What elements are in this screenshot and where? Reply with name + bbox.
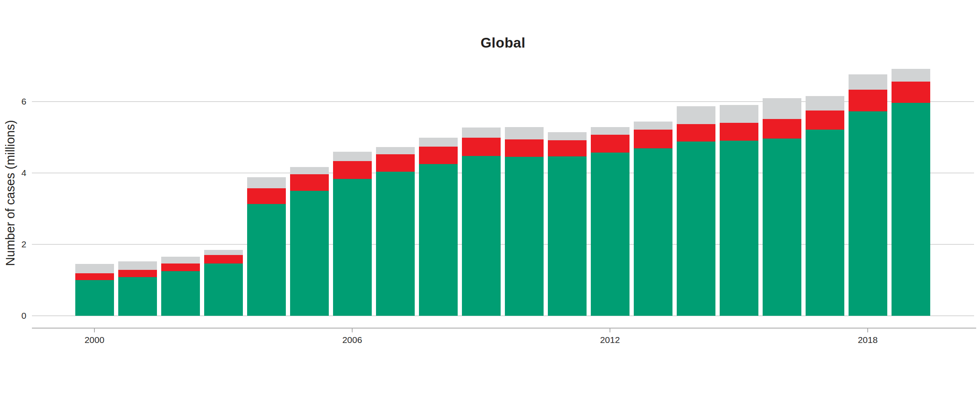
y-tick-label-2: 2 (4, 239, 26, 250)
chart-title: Global (32, 35, 974, 51)
bar-2010-gray-top-segment (505, 127, 544, 139)
bar-2015-green-bottom-segment (720, 141, 758, 316)
bar-2009-gray-top-segment (462, 128, 501, 138)
bar-2008-gray-top-segment (419, 138, 458, 147)
bar-2001-gray-top-segment (118, 261, 157, 270)
x-tick-label-2018: 2018 (842, 334, 893, 346)
y-tick-label-0: 0 (4, 310, 26, 321)
bar-2005-green-bottom-segment (290, 191, 329, 316)
bar-2011-gray-top-segment (548, 132, 587, 140)
bar-2004-green-bottom-segment (247, 204, 286, 316)
x-tick-2000 (94, 328, 95, 332)
bar-2007-gray-top-segment (376, 147, 415, 154)
bar-2003-red-middle-segment (204, 255, 243, 264)
bar-2000-gray-top-segment (75, 264, 114, 273)
bar-2013-red-middle-segment (634, 130, 672, 148)
x-tick-label-2006: 2006 (327, 334, 378, 346)
bar-2012-red-middle-segment (591, 135, 630, 153)
bar-2012-green-bottom-segment (591, 153, 630, 316)
bar-2017-red-middle-segment (806, 110, 844, 130)
bar-2015-gray-top-segment (720, 105, 758, 123)
bar-2002-red-middle-segment (161, 264, 200, 271)
x-axis-line (32, 328, 976, 329)
bar-2005-gray-top-segment (290, 167, 329, 174)
bar-2005-red-middle-segment (290, 174, 329, 191)
y-tick-label-6: 6 (4, 96, 26, 107)
y-tick-label-4: 4 (4, 167, 26, 178)
bar-2011-green-bottom-segment (548, 156, 587, 316)
bar-2001-red-middle-segment (118, 270, 157, 277)
bar-2007-red-middle-segment (376, 154, 415, 172)
bar-2013-green-bottom-segment (634, 148, 672, 316)
bar-2010-red-middle-segment (505, 139, 544, 157)
bar-2000-red-middle-segment (75, 273, 114, 280)
x-tick-2012 (610, 328, 610, 332)
bar-2017-green-bottom-segment (806, 130, 844, 316)
bar-2019-green-bottom-segment (892, 103, 930, 316)
bar-2000-green-bottom-segment (75, 280, 114, 316)
bar-2016-green-bottom-segment (763, 139, 801, 316)
x-tick-2018 (867, 328, 868, 332)
bar-2008-red-middle-segment (419, 147, 458, 164)
bar-2002-green-bottom-segment (161, 271, 200, 316)
bar-2019-red-middle-segment (892, 82, 930, 103)
bar-2017-gray-top-segment (806, 96, 844, 110)
bar-2015-red-middle-segment (720, 123, 758, 141)
bar-2006-red-middle-segment (333, 161, 372, 179)
bar-2003-green-bottom-segment (204, 264, 243, 316)
bar-2011-red-middle-segment (548, 140, 587, 156)
x-tick-2006 (352, 328, 353, 332)
bar-2014-gray-top-segment (677, 106, 715, 124)
x-tick-label-2012: 2012 (584, 334, 635, 346)
bar-2012-gray-top-segment (591, 127, 630, 135)
bar-2003-gray-top-segment (204, 250, 243, 255)
bar-2004-gray-top-segment (247, 177, 286, 188)
bar-2013-gray-top-segment (634, 122, 672, 130)
bar-2018-gray-top-segment (849, 74, 887, 90)
bar-2010-green-bottom-segment (505, 157, 544, 316)
bar-2004-red-middle-segment (247, 188, 286, 204)
bar-2018-green-bottom-segment (849, 111, 887, 316)
bar-2002-gray-top-segment (161, 257, 200, 264)
bar-2009-green-bottom-segment (462, 156, 501, 316)
bar-2006-gray-top-segment (333, 152, 372, 161)
bar-2014-red-middle-segment (677, 124, 715, 142)
bar-2016-gray-top-segment (763, 98, 801, 119)
bar-2016-red-middle-segment (763, 119, 801, 139)
bar-2006-green-bottom-segment (333, 179, 372, 316)
bar-2001-green-bottom-segment (118, 277, 157, 316)
bar-2007-green-bottom-segment (376, 172, 415, 316)
bar-2009-red-middle-segment (462, 138, 501, 156)
bar-2014-green-bottom-segment (677, 142, 715, 316)
bar-2019-gray-top-segment (892, 69, 930, 82)
bar-2008-green-bottom-segment (419, 164, 458, 316)
bar-2018-red-middle-segment (849, 90, 887, 111)
stacked-bar-chart: Global Number of cases (millions) 024620… (0, 0, 980, 408)
x-tick-label-2000: 2000 (69, 334, 120, 346)
